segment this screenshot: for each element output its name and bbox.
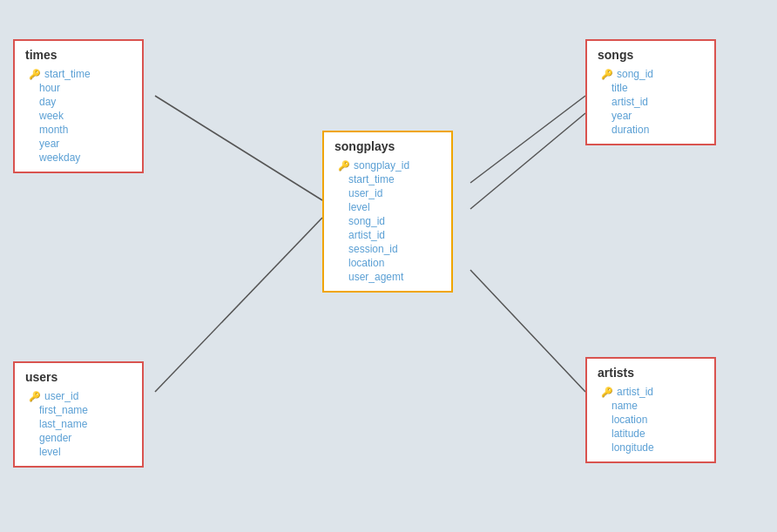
artists-field-longitude: longitude xyxy=(598,441,704,455)
pk-icon-users: 🔑 xyxy=(29,391,41,402)
songplays-field-user_agemt: user_agemt xyxy=(334,270,441,284)
times-field-hour: hour xyxy=(25,81,132,95)
pk-icon-songs: 🔑 xyxy=(601,69,613,80)
times-field-week: week xyxy=(25,109,132,123)
times-field-month: month xyxy=(25,123,132,137)
users-title: users xyxy=(25,370,132,384)
times-table: times 🔑 start_time hour day week month y… xyxy=(13,39,144,173)
songs-field-duration: duration xyxy=(598,123,704,137)
times-title: times xyxy=(25,48,132,62)
times-field-start_time: 🔑 start_time xyxy=(25,67,132,81)
artists-field-latitude: latitude xyxy=(598,427,704,441)
svg-line-1 xyxy=(155,218,322,392)
svg-line-3 xyxy=(470,113,585,209)
artists-table: artists 🔑 artist_id name location latitu… xyxy=(585,357,716,463)
artists-title: artists xyxy=(598,366,704,380)
times-field-year: year xyxy=(25,137,132,151)
songplays-field-level: level xyxy=(334,200,441,214)
times-field-day: day xyxy=(25,95,132,109)
songs-field-year: year xyxy=(598,109,704,123)
svg-line-4 xyxy=(470,270,585,392)
users-field-user_id: 🔑 user_id xyxy=(25,389,132,403)
songs-field-title: title xyxy=(598,81,704,95)
songplays-field-song_id: song_id xyxy=(334,214,441,228)
artists-field-artist_id: 🔑 artist_id xyxy=(598,385,704,399)
songplays-field-start_time: start_time xyxy=(334,172,441,186)
songplays-field-songplay_id: 🔑 songplay_id xyxy=(334,158,441,172)
users-field-gender: gender xyxy=(25,431,132,445)
users-table: users 🔑 user_id first_name last_name gen… xyxy=(13,361,144,468)
pk-icon-times: 🔑 xyxy=(29,69,41,80)
songs-field-song_id: 🔑 song_id xyxy=(598,67,704,81)
times-field-weekday: weekday xyxy=(25,151,132,165)
pk-icon-songplays: 🔑 xyxy=(338,160,350,172)
songplays-table: songplays 🔑 songplay_id start_time user_… xyxy=(322,131,453,293)
songplays-field-session_id: session_id xyxy=(334,242,441,256)
users-field-last_name: last_name xyxy=(25,417,132,431)
artists-field-location: location xyxy=(598,413,704,427)
svg-line-2 xyxy=(470,96,585,183)
songs-field-artist_id: artist_id xyxy=(598,95,704,109)
songplays-field-location: location xyxy=(334,256,441,270)
users-field-level: level xyxy=(25,445,132,459)
pk-icon-artists: 🔑 xyxy=(601,387,613,398)
songs-table: songs 🔑 song_id title artist_id year dur… xyxy=(585,39,716,145)
songplays-title: songplays xyxy=(334,139,441,153)
songplays-field-user_id: user_id xyxy=(334,186,441,200)
songs-title: songs xyxy=(598,48,704,62)
users-field-first_name: first_name xyxy=(25,403,132,417)
artists-field-name: name xyxy=(598,399,704,413)
svg-line-0 xyxy=(155,96,322,200)
songplays-field-artist_id: artist_id xyxy=(334,228,441,242)
